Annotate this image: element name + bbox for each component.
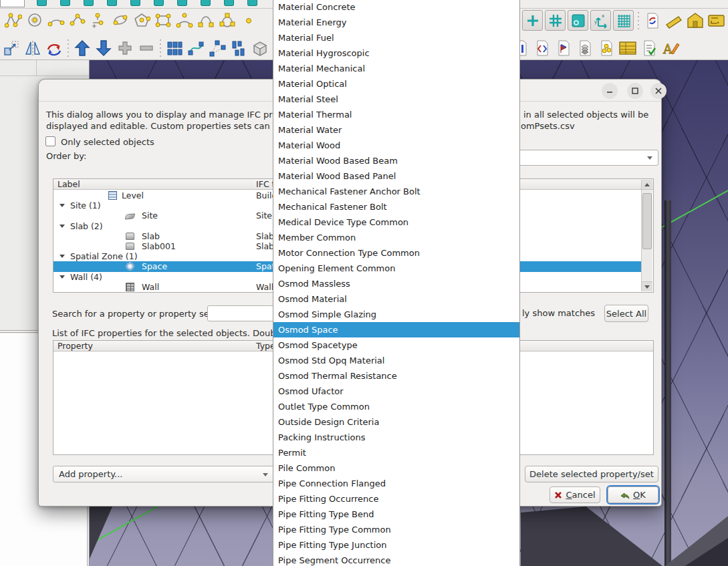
property-set-dropdown-popup[interactable]: Material ConcreteMaterial EnergyMaterial…: [273, 0, 520, 566]
collapse-arrow-icon[interactable]: [59, 204, 65, 207]
draft-rotate-icon[interactable]: [44, 38, 64, 57]
draft-scale-icon[interactable]: [1, 38, 21, 57]
dropdown-item[interactable]: Outside Design Criteria: [273, 414, 519, 430]
path-array-icon[interactable]: [186, 38, 205, 57]
dropdown-item[interactable]: Pipe Fitting Occurrence: [273, 491, 519, 507]
working-plane-icon[interactable]: xy: [590, 10, 611, 31]
dropdown-item[interactable]: Osmod Thermal Resistance: [273, 368, 519, 384]
nodes-document-icon[interactable]: [596, 38, 616, 57]
collapse-arrow-icon[interactable]: [59, 225, 65, 228]
dropdown-item[interactable]: Osmod Spacetype: [273, 337, 519, 353]
label-column-header[interactable]: Label: [57, 179, 80, 189]
property-column-header[interactable]: Property: [57, 341, 93, 351]
spreadsheet-icon[interactable]: [618, 38, 637, 57]
dropdown-item[interactable]: Mechanical Fastener Bolt: [273, 199, 519, 215]
add-property-combobox[interactable]: Add property...: [53, 466, 274, 482]
polygon-icon[interactable]: [132, 10, 151, 29]
dropdown-item[interactable]: Member Common: [273, 230, 519, 245]
rectangle-icon[interactable]: [153, 10, 172, 29]
wall-3d-edge[interactable]: [664, 200, 671, 566]
circle-icon[interactable]: [25, 10, 44, 29]
maximize-button[interactable]: [627, 83, 643, 99]
move-down-icon[interactable]: [94, 38, 113, 57]
ifc-sync-document-icon[interactable]: [642, 11, 662, 30]
layers-document-icon[interactable]: [575, 38, 594, 57]
ok-button[interactable]: OK: [608, 486, 658, 503]
scroll-up-icon[interactable]: [642, 180, 652, 190]
bim-building-icon[interactable]: [685, 11, 705, 30]
point-array-icon[interactable]: [207, 38, 227, 57]
select-all-button[interactable]: Select All: [604, 305, 648, 322]
only-selected-checkbox[interactable]: [45, 136, 55, 146]
draft-mirror-icon[interactable]: [23, 38, 42, 57]
arc-icon[interactable]: [46, 10, 66, 29]
pdf-document-icon[interactable]: [554, 38, 573, 57]
snap-grid-icon[interactable]: [613, 10, 634, 31]
move-up-icon[interactable]: [72, 38, 92, 57]
dropdown-item[interactable]: Osmod Std Opq Material: [273, 353, 519, 368]
dropdown-item[interactable]: Material Thermal: [273, 107, 519, 122]
scrollbar-thumb[interactable]: [642, 193, 652, 249]
clipped-icon[interactable]: [154, 0, 164, 6]
bspline-icon[interactable]: [196, 10, 215, 29]
ellipse-icon[interactable]: [110, 10, 130, 29]
polar-array-icon[interactable]: [229, 38, 248, 57]
delete-property-button[interactable]: Delete selected property/set: [525, 466, 658, 482]
clipped-icon[interactable]: [224, 0, 234, 6]
dropdown-item[interactable]: Pipe Fitting Type Bend: [273, 507, 519, 522]
scroll-down-icon[interactable]: [642, 281, 652, 291]
clipped-icon[interactable]: [130, 0, 140, 6]
dropdown-item[interactable]: Material Mechanical: [273, 61, 519, 76]
dropdown-item[interactable]: Osmod Material: [273, 291, 519, 307]
dropdown-item[interactable]: Material Energy: [273, 15, 519, 30]
spellcheck-icon[interactable]: A: [660, 38, 680, 57]
add-icon[interactable]: [115, 38, 134, 57]
array-icon[interactable]: [164, 38, 184, 57]
bim-panel-icon[interactable]: [707, 11, 726, 30]
polyline-icon[interactable]: [3, 10, 23, 29]
dropdown-item[interactable]: Osmod Space: [273, 322, 519, 337]
toggle-grid-icon[interactable]: [545, 10, 566, 31]
dropdown-item[interactable]: Pipe Connection Flanged: [273, 476, 519, 491]
clipped-icon[interactable]: [247, 0, 257, 6]
dropdown-item[interactable]: Pipe Segment Occurrence: [273, 553, 519, 566]
arc-3point-icon[interactable]: [174, 10, 194, 29]
dropdown-item[interactable]: Outlet Type Common: [273, 399, 519, 414]
dropdown-item[interactable]: Material Optical: [273, 76, 519, 92]
polyline-short-icon[interactable]: [68, 10, 87, 29]
clipped-icon[interactable]: [60, 0, 70, 6]
collapse-arrow-icon[interactable]: [59, 275, 65, 279]
dropdown-item[interactable]: Osmod Ufactor: [273, 384, 519, 399]
dropdown-item[interactable]: Packing Instructions: [273, 430, 519, 445]
dropdown-item[interactable]: Osmod Simple Glazing: [273, 307, 519, 322]
clipped-icon[interactable]: [201, 0, 211, 6]
close-button[interactable]: [650, 83, 666, 99]
checklist-document-icon[interactable]: [639, 38, 658, 57]
cancel-button[interactable]: Cancel: [550, 486, 600, 503]
clipped-icon[interactable]: [177, 0, 187, 6]
point-icon[interactable]: [239, 10, 258, 29]
clipped-icon[interactable]: [84, 0, 94, 6]
dropdown-item[interactable]: Mechanical Fastener Anchor Bolt: [273, 184, 519, 199]
dropdown-item[interactable]: Pipe Fitting Type Common: [273, 522, 519, 537]
code-document-icon[interactable]: [532, 38, 552, 57]
collapse-arrow-icon[interactable]: [59, 255, 65, 258]
dropdown-item[interactable]: Permit: [273, 445, 519, 460]
dropdown-item[interactable]: Material Steel: [273, 92, 519, 107]
dropdown-item[interactable]: Material Fuel: [273, 30, 519, 45]
box-icon[interactable]: [250, 38, 269, 57]
dropdown-item[interactable]: Material Concrete: [273, 0, 519, 15]
bim-ramp-icon[interactable]: [664, 11, 683, 30]
dropdown-item[interactable]: Motor Connection Type Common: [273, 245, 519, 261]
minimize-button[interactable]: [602, 83, 618, 99]
dropdown-item[interactable]: Material Hygroscopic: [273, 45, 519, 61]
point-coord-icon[interactable]: [89, 10, 108, 29]
tree-scrollbar[interactable]: [641, 180, 652, 291]
clipped-icon[interactable]: [107, 0, 117, 6]
dropdown-item[interactable]: Pipe Fitting Type Junction: [273, 537, 519, 553]
bspline-periodic-icon[interactable]: [217, 10, 237, 29]
toggle-snap-icon[interactable]: [568, 10, 588, 31]
clipped-icon[interactable]: [37, 0, 47, 6]
dropdown-item[interactable]: Osmod Massless: [273, 276, 519, 291]
toggle-construction-icon[interactable]: [522, 10, 543, 31]
